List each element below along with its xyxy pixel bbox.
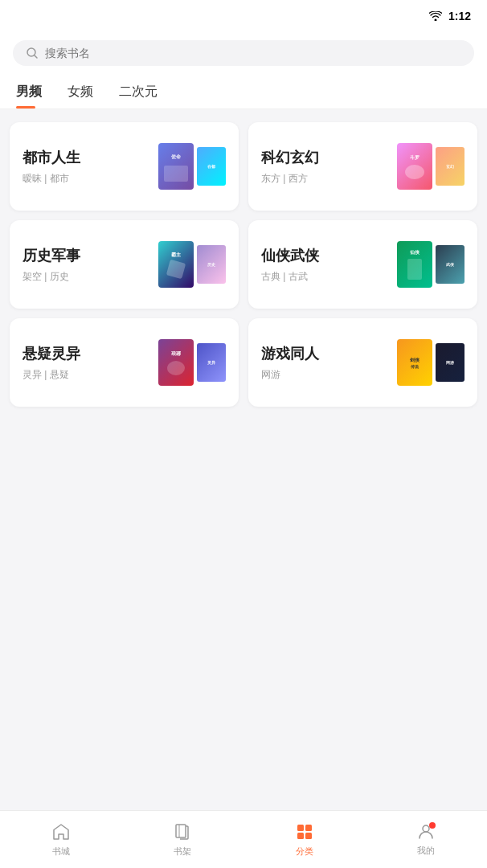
nav-bookstore[interactable]: 书城 — [0, 815, 122, 864]
status-time: 1:12 — [448, 10, 471, 23]
category-xuanyi[interactable]: 悬疑灵异 灵异 | 悬疑 琅琊 灵异 — [10, 318, 239, 407]
book-cover-dushi2: 在都 — [197, 147, 226, 186]
svg-rect-3 — [305, 825, 312, 831]
svg-rect-5 — [305, 833, 312, 839]
book-cover-xuanyi1: 琅琊 — [158, 339, 194, 386]
category-title-lishi: 历史军事 — [23, 246, 158, 265]
category-kehuan[interactable]: 科幻玄幻 东方 | 西方 斗罗 玄幻 — [248, 122, 477, 211]
category-youxi[interactable]: 游戏同人 网游 剑侠 传说 网游 — [248, 318, 477, 407]
category-images-xianxia: 仙侠 武侠 — [397, 241, 464, 288]
category-images-dushi: 使命 在都 — [158, 143, 226, 190]
nav-label-category: 分类 — [296, 845, 313, 858]
category-images-lishi: 霸主 历史 — [158, 241, 226, 288]
category-title-youxi: 游戏同人 — [261, 344, 397, 363]
book-icon — [172, 821, 193, 842]
nav-category[interactable]: 分类 — [244, 815, 366, 864]
book-cover-xianxia2: 武侠 — [436, 245, 464, 284]
category-images-xuanyi: 琅琊 灵异 — [158, 339, 226, 386]
category-tags-kehuan: 东方 | 西方 — [261, 172, 397, 186]
nav-label-bookshelf: 书架 — [174, 845, 191, 858]
category-images-kehuan: 斗罗 玄幻 — [397, 143, 464, 190]
category-tags-xianxia: 古典 | 古武 — [261, 270, 397, 284]
tab-anime[interactable]: 二次元 — [119, 74, 158, 108]
book-cover-youxi2: 网游 — [436, 343, 464, 382]
category-tags-youxi: 网游 — [261, 368, 397, 382]
category-tags-dushi: 暧昧 | 都市 — [23, 172, 158, 186]
category-xianxia[interactable]: 仙侠武侠 古典 | 古武 仙侠 武侠 — [248, 220, 477, 309]
book-cover-youxi1: 剑侠 传说 — [397, 339, 432, 386]
bottom-nav: 书城 书架 分类 — [0, 810, 487, 868]
book-cover-xianxia1: 仙侠 — [397, 241, 432, 288]
svg-rect-1 — [176, 825, 186, 837]
nav-label-mine: 我的 — [417, 845, 435, 857]
search-bar[interactable] — [13, 40, 474, 66]
category-title-dushi: 都市人生 — [23, 148, 158, 167]
category-title-xianxia: 仙侠武侠 — [261, 246, 397, 265]
categories-grid: 都市人生 暧昧 | 都市 使命 在都 科幻玄幻 — [0, 109, 487, 420]
nav-label-bookstore: 书城 — [52, 845, 70, 858]
category-title-xuanyi: 悬疑灵异 — [23, 344, 158, 363]
grid-icon — [294, 821, 315, 842]
search-icon — [26, 47, 39, 59]
wifi-icon — [429, 11, 442, 21]
svg-rect-4 — [297, 833, 304, 839]
book-cover-kehuan1: 斗罗 — [397, 143, 432, 190]
category-dushi[interactable]: 都市人生 暧昧 | 都市 使命 在都 — [10, 122, 239, 211]
category-images-youxi: 剑侠 传说 网游 — [397, 339, 464, 386]
search-input[interactable] — [45, 47, 461, 59]
nav-bookshelf[interactable]: 书架 — [122, 815, 244, 864]
svg-point-6 — [423, 825, 429, 832]
category-tags-xuanyi: 灵异 | 悬疑 — [23, 368, 158, 382]
book-cover-lishi1: 霸主 — [158, 241, 194, 288]
user-icon-wrapper — [416, 822, 436, 841]
book-cover-xuanyi2: 灵异 — [197, 343, 226, 382]
tab-female[interactable]: 女频 — [68, 74, 93, 108]
tabs-container: 男频 女频 二次元 — [0, 74, 487, 109]
category-lishi[interactable]: 历史军事 架空 | 历史 霸主 历史 — [10, 220, 239, 309]
svg-rect-2 — [297, 825, 304, 831]
book-cover-lishi2: 历史 — [197, 245, 226, 284]
search-bar-container — [0, 32, 487, 74]
status-bar: 1:12 — [0, 0, 487, 32]
category-tags-lishi: 架空 | 历史 — [23, 270, 158, 284]
category-title-kehuan: 科幻玄幻 — [261, 148, 397, 167]
tab-male[interactable]: 男频 — [16, 74, 42, 108]
book-cover-kehuan2: 玄幻 — [436, 147, 464, 186]
book-cover-dushi1: 使命 — [158, 143, 194, 190]
nav-mine[interactable]: 我的 — [366, 816, 488, 863]
home-icon — [51, 821, 72, 842]
